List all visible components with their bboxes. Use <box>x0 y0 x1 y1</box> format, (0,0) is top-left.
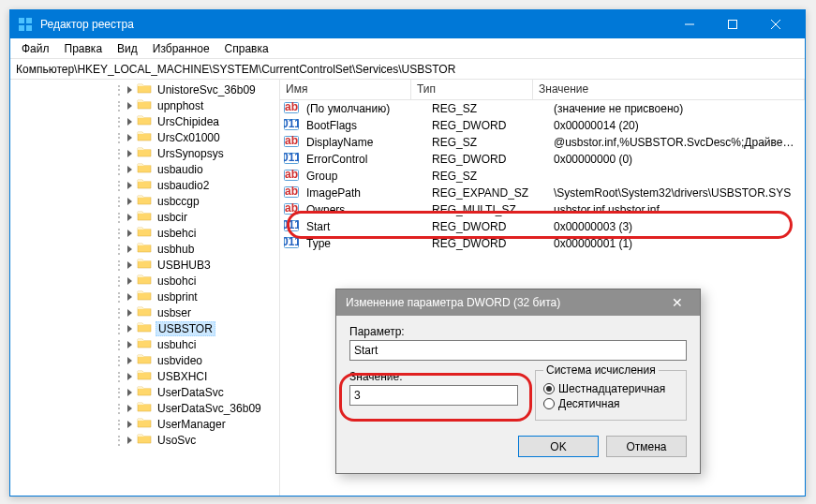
col-type[interactable]: Тип <box>411 80 533 99</box>
tree-item[interactable]: ⋮usbaudio2 <box>10 177 279 193</box>
tree-item-label: UserDataSvc <box>156 386 226 399</box>
tree-item[interactable]: ⋮UnistoreSvc_36b09 <box>10 82 279 97</box>
expander-icon[interactable] <box>125 164 135 174</box>
tree-item[interactable]: ⋮usbhub <box>10 241 279 257</box>
tree-item-label: usbehci <box>156 227 198 240</box>
minimize-button[interactable] <box>668 10 711 38</box>
tree-item-label: usbhub <box>156 243 196 256</box>
menu-view[interactable]: Вид <box>110 40 145 57</box>
tree-item[interactable]: ⋮usbcir <box>10 209 279 225</box>
expander-icon[interactable] <box>125 100 135 111</box>
value-row[interactable]: 011StartREG_DWORD0x00000003 (3) <box>280 218 805 235</box>
expander-icon[interactable] <box>125 307 135 318</box>
tree-item[interactable]: ⋮USBSTOR <box>10 320 279 336</box>
expander-icon[interactable] <box>125 84 135 95</box>
binary-value-icon: 011 <box>280 236 301 252</box>
tree-item[interactable]: ⋮upnphost <box>10 97 279 113</box>
menu-file[interactable]: Файл <box>14 40 57 57</box>
close-button[interactable] <box>754 10 797 38</box>
expander-icon[interactable] <box>125 323 135 334</box>
menu-favorites[interactable]: Избранное <box>145 40 217 57</box>
menu-edit[interactable]: Правка <box>57 40 111 57</box>
expander-icon[interactable] <box>125 403 135 413</box>
tree-item[interactable]: ⋮UsoSvc <box>10 432 279 448</box>
tree-item-label: UrsCx01000 <box>156 131 222 144</box>
value-row[interactable]: abGroupREG_SZ <box>280 168 805 185</box>
tree-item[interactable]: ⋮USBXHCI <box>10 368 279 384</box>
dialog-close-button[interactable]: ✕ <box>664 295 690 310</box>
value-data: 0x00000014 (20) <box>548 118 805 133</box>
expander-icon[interactable] <box>125 180 135 190</box>
tree-item[interactable]: ⋮usbprint <box>10 289 279 304</box>
tree-guide: ⋮ <box>113 147 123 160</box>
tree-guide: ⋮ <box>113 402 123 415</box>
tree-item[interactable]: ⋮UserDataSvc <box>10 384 279 400</box>
expander-icon[interactable] <box>125 148 135 158</box>
expander-icon[interactable] <box>125 339 135 349</box>
col-value[interactable]: Значение <box>533 80 805 99</box>
svg-rect-0 <box>19 18 24 23</box>
expander-icon[interactable] <box>125 132 135 142</box>
address-bar[interactable]: Компьютер\HKEY_LOCAL_MACHINE\SYSTEM\Curr… <box>10 59 805 80</box>
expander-icon[interactable] <box>125 116 135 126</box>
tree-item[interactable]: ⋮usbser <box>10 304 279 320</box>
menu-help[interactable]: Справка <box>217 40 276 57</box>
tree-item[interactable]: ⋮usbuhci <box>10 336 279 352</box>
value-row[interactable]: 011ErrorControlREG_DWORD0x00000000 (0) <box>280 151 805 168</box>
tree-item[interactable]: ⋮usbehci <box>10 225 279 241</box>
tree-item[interactable]: ⋮UrsSynopsys <box>10 145 279 161</box>
cancel-button[interactable]: Отмена <box>606 436 687 457</box>
tree-item[interactable]: ⋮UrsCx01000 <box>10 129 279 145</box>
expander-icon[interactable] <box>125 291 135 302</box>
value-row[interactable]: ab(По умолчанию)REG_SZ(значение не присв… <box>280 100 805 117</box>
tree-guide: ⋮ <box>113 227 123 240</box>
expander-icon[interactable] <box>125 196 135 206</box>
value-row[interactable]: abOwnersREG_MULTI_SZusbstor.inf usbstor.… <box>280 201 805 218</box>
expander-icon[interactable] <box>125 212 135 222</box>
expander-icon[interactable] <box>125 275 135 286</box>
folder-icon <box>137 209 156 225</box>
expander-icon[interactable] <box>125 244 135 254</box>
tree-item[interactable]: ⋮UrsChipidea <box>10 113 279 129</box>
tree-guide: ⋮ <box>113 370 123 383</box>
expander-icon[interactable] <box>125 355 135 365</box>
col-name[interactable]: Имя <box>280 80 411 99</box>
tree-item[interactable]: ⋮usbvideo <box>10 352 279 368</box>
string-value-icon: ab <box>280 185 301 201</box>
param-label: Параметр: <box>349 325 687 338</box>
tree-guide: ⋮ <box>113 179 123 192</box>
tree-item[interactable]: ⋮usbaudio <box>10 161 279 177</box>
tree-panel[interactable]: ⋮UnistoreSvc_36b09⋮upnphost⋮UrsChipidea⋮… <box>10 80 280 496</box>
tree-item[interactable]: ⋮UserDataSvc_36b09 <box>10 400 279 416</box>
value-name: BootFlags <box>301 118 426 133</box>
tree-item-label: usbaudio <box>156 163 205 176</box>
value-row[interactable]: 011BootFlagsREG_DWORD0x00000014 (20) <box>280 117 805 134</box>
value-row[interactable]: abDisplayNameREG_SZ@usbstor.inf,%USBSTOR… <box>280 134 805 151</box>
tree-item[interactable]: ⋮usbccgp <box>10 193 279 209</box>
value-name: Group <box>301 169 426 184</box>
expander-icon[interactable] <box>125 419 135 429</box>
folder-icon <box>137 416 156 432</box>
binary-value-icon: 011 <box>280 118 301 134</box>
binary-value-icon: 011 <box>280 152 301 168</box>
folder-icon <box>137 177 156 193</box>
expander-icon[interactable] <box>125 435 135 445</box>
value-row[interactable]: 011TypeREG_DWORD0x00000001 (1) <box>280 235 805 252</box>
ok-button[interactable]: OK <box>518 436 599 457</box>
radix-dec-option[interactable]: Десятичная <box>543 397 678 410</box>
radix-hex-option[interactable]: Шестнадцатеричная <box>543 382 678 395</box>
expander-icon[interactable] <box>125 259 135 270</box>
tree-item-label: USBHUB3 <box>156 259 213 272</box>
value-input[interactable] <box>349 385 518 406</box>
param-input[interactable] <box>349 340 687 361</box>
expander-icon[interactable] <box>125 371 135 381</box>
expander-icon[interactable] <box>125 228 135 238</box>
expander-icon[interactable] <box>125 387 135 397</box>
tree-item-label: usbcir <box>156 211 189 224</box>
tree-item[interactable]: ⋮UserManager <box>10 416 279 432</box>
value-row[interactable]: abImagePathREG_EXPAND_SZ\SystemRoot\Syst… <box>280 185 805 201</box>
tree-guide: ⋮ <box>113 83 123 96</box>
maximize-button[interactable] <box>711 10 754 38</box>
tree-item[interactable]: ⋮USBHUB3 <box>10 257 279 273</box>
tree-item[interactable]: ⋮usbohci <box>10 273 279 289</box>
